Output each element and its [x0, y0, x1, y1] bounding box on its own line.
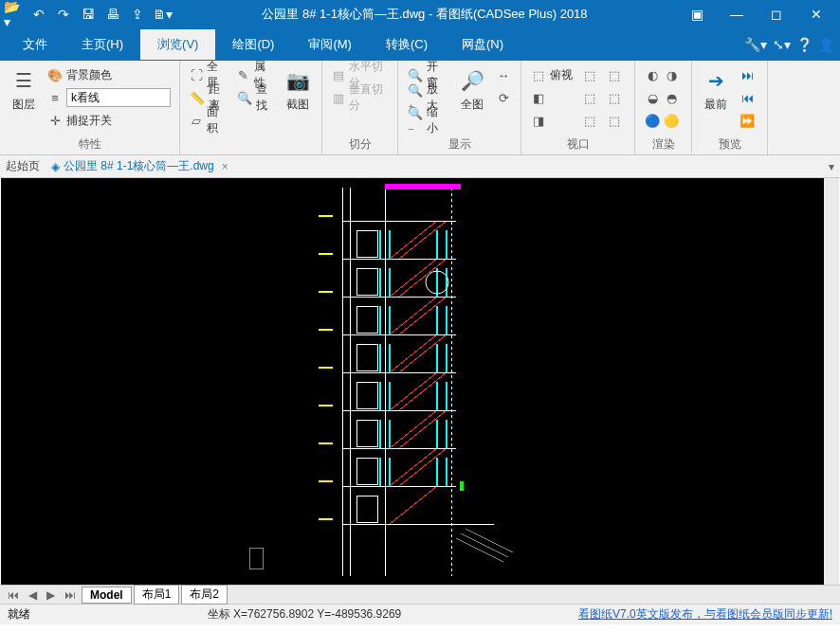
- minimize-icon[interactable]: —: [717, 0, 757, 28]
- top-view-button[interactable]: ⬚俯视: [531, 64, 573, 85]
- fullscreen-icon: ⛶: [190, 67, 203, 82]
- window-icon: 🔍: [408, 67, 423, 82]
- sheet-tabs: ⏮ ◀ ▶ ⏭ Model 布局1 布局2: [0, 585, 840, 604]
- iso1-button[interactable]: ◧: [531, 87, 573, 108]
- vertical-scrollbar[interactable]: [824, 178, 839, 585]
- sheet-first-icon[interactable]: ⏮: [4, 588, 23, 602]
- horizontal-scrollbar[interactable]: [233, 588, 836, 602]
- redo-icon[interactable]: ↷: [53, 4, 74, 25]
- zoomin-icon: 🔍₊: [408, 90, 423, 105]
- cube-icon: ⬚: [607, 113, 622, 128]
- r2-button[interactable]: ◒◓: [645, 87, 679, 108]
- front-button[interactable]: ➔最前: [702, 64, 730, 113]
- close-icon[interactable]: ✕: [796, 0, 836, 28]
- cube-icon: ⬚: [607, 90, 622, 105]
- vsplit-button[interactable]: ▥垂直切分: [332, 87, 388, 108]
- pan-icon: ↔: [496, 67, 511, 82]
- find-button[interactable]: 🔍查找: [237, 87, 275, 108]
- p1-button[interactable]: ⏭: [740, 64, 755, 85]
- cube-icon: ⬚: [607, 67, 622, 82]
- r1-button[interactable]: ◐◑: [645, 64, 679, 85]
- titlebar: 📂▾ ↶ ↷ 🖫 🖶 ⇪ 🗎▾ 公园里 8# 1-1核心筒—王.dwg - 看图…: [0, 0, 840, 28]
- r-icon: ◐: [645, 67, 660, 82]
- ribbon-minimize-icon[interactable]: ▣: [677, 0, 717, 28]
- cube-icon: ⬚: [531, 67, 546, 82]
- v2-button[interactable]: ⬚: [582, 87, 597, 108]
- snap-button[interactable]: ✛捕捉开关: [47, 110, 171, 131]
- status-link[interactable]: 看图纸V7.0英文版发布，与看图纸会员版同步更新!: [578, 606, 832, 623]
- group-label: 视口: [531, 135, 625, 154]
- help-icon[interactable]: ❔: [796, 37, 813, 52]
- sheet-next-icon[interactable]: ▶: [43, 588, 59, 602]
- save-icon[interactable]: 🖫: [78, 4, 99, 25]
- area-button[interactable]: ▱面积: [190, 110, 228, 131]
- tab-start[interactable]: 起始页: [6, 158, 40, 174]
- snap-icon: ✛: [47, 113, 63, 128]
- screenshot-button[interactable]: 📷截图: [283, 64, 312, 113]
- r3-button[interactable]: 🔵🟡: [645, 110, 679, 131]
- sheet-layout1[interactable]: 布局1: [134, 585, 180, 605]
- send-icon[interactable]: ⇪: [127, 4, 148, 25]
- r-icon: 🟡: [664, 113, 679, 128]
- rotateview-button[interactable]: ⟳: [496, 87, 511, 108]
- cube-icon: ⬚: [582, 113, 597, 128]
- fwd-icon: ⏭: [740, 67, 755, 82]
- r-icon: ◓: [664, 90, 679, 105]
- cube-icon: ⬚: [582, 67, 597, 82]
- layers-icon: ☰: [9, 66, 38, 95]
- p2-button[interactable]: ⏮: [740, 87, 755, 108]
- extents-icon: 🔎: [458, 66, 486, 95]
- maximize-icon[interactable]: ◻: [757, 0, 796, 28]
- r-icon: 🔵: [645, 113, 660, 128]
- user-icon[interactable]: 👤: [818, 37, 834, 52]
- pan-button[interactable]: ↔: [496, 64, 511, 85]
- bgcolor-button[interactable]: 🎨背景颜色: [47, 64, 171, 85]
- sheet-last-icon[interactable]: ⏭: [61, 588, 80, 602]
- tab-document[interactable]: ◈ 公园里 8# 1-1核心筒—王.dwg ×: [51, 158, 228, 174]
- cube-icon: ◨: [531, 113, 546, 128]
- layer-select[interactable]: [66, 88, 171, 107]
- tab-dropdown-icon[interactable]: ▾: [829, 160, 834, 173]
- v4-button[interactable]: ⬚: [607, 64, 622, 85]
- v1-button[interactable]: ⬚: [582, 64, 597, 85]
- group-label: 预览: [702, 135, 758, 154]
- menu-home[interactable]: 主页(H): [64, 29, 140, 60]
- svg-rect-14: [385, 184, 461, 190]
- p3-button[interactable]: ⏩: [740, 110, 755, 131]
- zoomout-icon: 🔍₋: [408, 113, 423, 128]
- menu-convert[interactable]: 转换(C): [369, 29, 445, 60]
- menu-view[interactable]: 浏览(V): [140, 29, 215, 60]
- status-ready: 就绪: [8, 606, 30, 623]
- layers-button[interactable]: ☰图层: [9, 64, 38, 113]
- menu-cloud[interactable]: 网盘(N): [445, 29, 520, 60]
- v3-button[interactable]: ⬚: [582, 110, 597, 131]
- undo-icon[interactable]: ↶: [28, 4, 49, 25]
- vsplit-icon: ▥: [332, 90, 345, 105]
- dwg-icon: ◈: [51, 160, 60, 173]
- r-icon: ◑: [664, 67, 679, 82]
- cursor-icon[interactable]: ⤡▾: [773, 37, 791, 52]
- print-icon[interactable]: 🖶: [102, 4, 123, 25]
- menu-review[interactable]: 审阅(M): [291, 29, 369, 60]
- menu-file[interactable]: 文件: [6, 29, 64, 60]
- export-icon[interactable]: 🗎▾: [152, 4, 173, 25]
- hsplit-icon: ▤: [332, 67, 345, 82]
- fullimg-button[interactable]: 🔎全图: [458, 64, 486, 113]
- quick-access-toolbar: 📂▾ ↶ ↷ 🖫 🖶 ⇪ 🗎▾: [4, 4, 173, 25]
- close-tab-icon[interactable]: ×: [222, 160, 228, 173]
- sheet-model[interactable]: Model: [82, 587, 132, 604]
- iso2-button[interactable]: ◨: [531, 110, 573, 131]
- group-label: 切分: [332, 135, 388, 154]
- rotate-icon: ⟳: [496, 90, 511, 105]
- wrench-icon[interactable]: 🔧▾: [744, 37, 767, 52]
- v5-button[interactable]: ⬚: [607, 87, 622, 108]
- v6-button[interactable]: ⬚: [607, 110, 622, 131]
- sheet-prev-icon[interactable]: ◀: [25, 588, 41, 602]
- palette-icon: 🎨: [47, 67, 63, 82]
- line-icon: ≡: [47, 90, 63, 105]
- folder-open-icon[interactable]: 📂▾: [4, 4, 25, 25]
- sheet-layout2[interactable]: 布局2: [181, 585, 228, 605]
- menu-draw[interactable]: 绘图(D): [215, 29, 291, 60]
- drawing-canvas[interactable]: [1, 178, 839, 585]
- zoomout-button[interactable]: 🔍₋缩小: [408, 110, 448, 131]
